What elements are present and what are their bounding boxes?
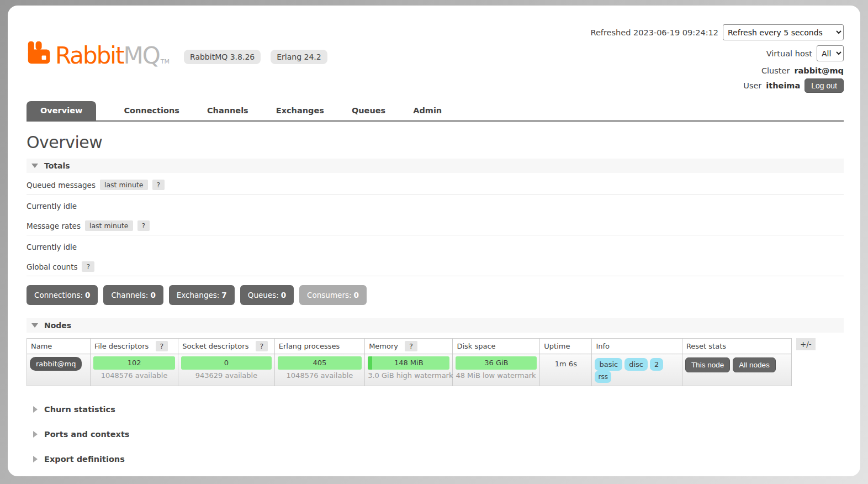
user-value: itheima [766,81,800,90]
nav-tabs: Overview Connections Channels Exchanges … [27,101,844,122]
info-badge-rss: rss [595,371,611,383]
erlang-version-badge: Erlang 24.2 [271,50,327,64]
top-bar: RabbitMQTM RabbitMQ 3.8.26 Erlang 24.2 R… [27,14,844,98]
consumers-count-badge: Consumers:0 [299,285,367,305]
memory-bar-fill [368,356,372,370]
logout-button[interactable]: Log out [805,78,844,93]
queued-messages-range-badge[interactable]: last minute [100,180,148,190]
disk-space-bar: 36 GiB [456,356,537,370]
virtual-host-label: Virtual host [766,49,812,58]
info-cell: basicdisc2rss [592,354,682,386]
logo-tm: TM [161,58,170,65]
exchanges-count-label: Exchanges: [177,291,220,299]
message-rates-status: Currently idle [27,235,844,258]
queues-count-value: 0 [281,291,286,299]
message-rates-range-badge[interactable]: last minute [85,220,133,231]
memory-value: 148 MiB [394,359,424,367]
info-badge-2: 2 [650,358,663,371]
reset-this-node-button[interactable]: This node [685,357,730,372]
queued-messages-label: Queued messages [27,181,96,190]
info-badge-basic: basic [595,358,622,371]
page-title: Overview [27,133,844,152]
col-socket-descriptors-label: Socket descriptors [182,342,248,350]
nodes-section-header[interactable]: Nodes [27,318,844,333]
export-definitions-section[interactable]: Export definitions [33,455,844,464]
queued-messages-help-icon[interactable]: ? [152,180,165,190]
col-memory-label: Memory [369,342,398,350]
reset-all-nodes-button[interactable]: All nodes [733,357,776,372]
global-counts-heading: Global counts ? [27,258,844,276]
cluster-row: Cluster rabbit@mq [591,66,844,75]
nodes-section-title: Nodes [44,321,71,330]
export-definitions-label: Export definitions [44,455,125,464]
col-disk-space-label: Disk space [457,342,495,350]
logo-wordmark: RabbitMQTM [55,44,170,67]
exchanges-count-badge[interactable]: Exchanges:7 [169,285,235,305]
exchanges-count-value: 7 [221,291,226,299]
refresh-row: Refreshed 2023-06-19 09:24:12 Refresh ev… [591,24,844,40]
col-uptime: Uptime [540,339,592,354]
consumers-count-label: Consumers: [307,291,351,299]
message-rates-heading: Message rates last minute ? [27,217,844,235]
disk-space-value: 36 GiB [484,359,508,367]
node-name-badge[interactable]: rabbit@mq [30,357,82,371]
rabbitmq-version-badge: RabbitMQ 3.8.26 [184,50,261,64]
socket-descriptors-value: 0 [224,359,229,367]
nodes-header-row: Name File descriptors ? Socket descripto… [27,339,792,354]
user-row: User itheima Log out [591,78,844,93]
column-toggle-button[interactable]: +/- [796,338,816,350]
uptime-value: 1m 6s [543,356,589,368]
global-counts-help-icon[interactable]: ? [82,261,94,272]
col-info: Info [592,339,682,354]
totals-section-title: Totals [44,161,70,170]
app-window: RabbitMQTM RabbitMQ 3.8.26 Erlang 24.2 R… [8,6,860,476]
message-rates-label: Message rates [27,222,81,230]
col-erlang-processes-label: Erlang processes [279,342,340,350]
col-reset-stats-label: Reset stats [686,342,726,350]
connections-count-badge[interactable]: Connections:0 [27,285,98,305]
file-descriptors-cell: 102 1048576 available [90,354,178,386]
tab-queues[interactable]: Queues [352,101,385,120]
ports-and-contexts-label: Ports and contexts [44,430,129,439]
consumers-count-value: 0 [354,291,359,299]
socket-descriptors-sub: 943629 available [181,371,272,380]
global-counts-label: Global counts [27,262,77,271]
tab-overview[interactable]: Overview [27,101,96,120]
header-controls: Refreshed 2023-06-19 09:24:12 Refresh ev… [591,14,844,98]
churn-statistics-section[interactable]: Churn statistics [33,405,844,414]
user-label: User [743,81,761,90]
queued-messages-status: Currently idle [27,194,844,217]
tab-channels[interactable]: Channels [207,101,248,120]
rabbitmq-logo-icon [27,40,52,67]
col-file-descriptors: File descriptors ? [90,339,178,354]
channels-count-badge[interactable]: Channels:0 [103,285,163,305]
col-reset-stats: Reset stats [682,339,791,354]
memory-sub: 3.0 GiB high watermark [368,371,453,380]
tab-connections[interactable]: Connections [124,101,179,120]
col-name-label: Name [31,342,52,350]
expand-triangle-icon [33,431,38,438]
logo-area: RabbitMQTM RabbitMQ 3.8.26 Erlang 24.2 [27,14,327,67]
ports-and-contexts-section[interactable]: Ports and contexts [33,430,844,439]
memory-cell: 148 MiB 3.0 GiB high watermark [365,354,453,386]
tab-admin[interactable]: Admin [413,101,442,120]
queues-count-label: Queues: [248,291,279,299]
memory-bar: 148 MiB [368,356,449,370]
memory-help-icon[interactable]: ? [405,341,417,351]
totals-section-header[interactable]: Totals [27,159,844,173]
disk-space-cell: 36 GiB 48 MiB low watermark [453,354,540,386]
expand-triangle-icon [33,456,38,462]
message-rates-help-icon[interactable]: ? [137,220,150,231]
tab-exchanges[interactable]: Exchanges [276,101,324,120]
virtual-host-select[interactable]: All [817,45,844,61]
collapse-triangle-icon [31,323,38,328]
refresh-interval-select[interactable]: Refresh every 5 seconds [723,24,844,40]
file-descriptors-help-icon[interactable]: ? [156,341,168,351]
disk-space-sub: 48 MiB low watermark [456,371,536,380]
global-counts-row: Connections:0 Channels:0 Exchanges:7 Que… [27,285,844,305]
connections-count-value: 0 [85,291,90,299]
queues-count-badge[interactable]: Queues:0 [240,285,294,305]
socket-descriptors-help-icon[interactable]: ? [256,341,268,351]
col-memory: Memory ? [365,339,453,354]
queued-messages-heading: Queued messages last minute ? [27,173,844,194]
